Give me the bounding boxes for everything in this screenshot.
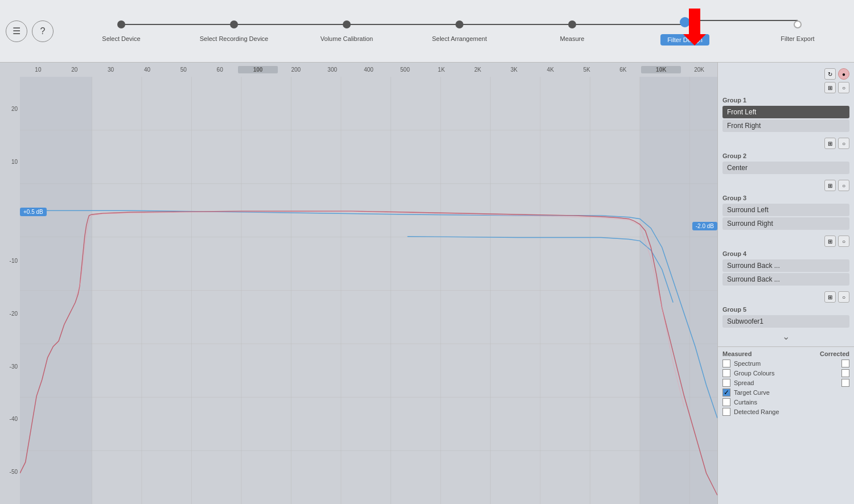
legend-text-target-curve: Target Curve	[734, 389, 770, 396]
y-label-neg40: -40	[0, 416, 20, 422]
panel-icon-row-2: ⊞ ○	[718, 81, 854, 94]
x-label-50: 50	[165, 67, 202, 73]
top-left-icons: ☰ ?	[6, 20, 54, 42]
legend-text-detected-range: Detected Range	[734, 408, 779, 415]
y-axis: 20 10 -10 -20 -30 -40 -50	[0, 77, 20, 504]
nav-step-select-device[interactable]: Select Device	[65, 20, 178, 42]
group-3-label: Group 3	[718, 192, 854, 203]
panel-icon-row-6: ⊞ ○	[718, 290, 854, 304]
channel-surround-left[interactable]: Surround Left	[722, 204, 849, 216]
x-label-20k: 20K	[681, 67, 717, 73]
channel-center[interactable]: Center	[722, 162, 849, 174]
panel-icon-row-5: ⊞ ○	[718, 234, 854, 248]
x-label-5k: 5K	[569, 67, 605, 73]
channel-front-left[interactable]: Front Left	[722, 106, 849, 118]
x-label-2k: 2K	[459, 67, 496, 73]
x-label-6k: 6K	[605, 67, 642, 73]
panel-icon-4b[interactable]: ○	[838, 180, 849, 191]
group-4-label: Group 4	[718, 248, 854, 258]
step-dot-3	[343, 20, 351, 28]
step-dot-1	[117, 20, 125, 28]
db-marker-left: +0.5 dB	[20, 208, 47, 216]
legend-text-curtains: Curtains	[734, 399, 757, 406]
step-label-7: Filter Export	[781, 35, 814, 42]
y-label-10: 10	[0, 159, 20, 165]
panel-icon-2b[interactable]: ○	[838, 82, 849, 93]
step-label-2: Select Recording Device	[200, 35, 268, 42]
x-label-10: 10	[20, 67, 56, 73]
scroll-down-button[interactable]: ⌄	[718, 329, 854, 344]
menu-button[interactable]: ☰	[6, 20, 27, 42]
channel-front-right[interactable]: Front Right	[722, 119, 849, 132]
group-5-label: Group 5	[718, 304, 854, 314]
legend-checkbox-detected-range[interactable]	[722, 408, 730, 416]
channel-surround-back-2[interactable]: Surround Back ...	[722, 273, 849, 286]
nav-steps: Select Device Select Recording Device Vo…	[65, 11, 854, 51]
step-dot-4	[455, 20, 463, 28]
panel-icon-6a[interactable]: ⊞	[824, 291, 836, 303]
x-axis: 10 20 30 40 50 60 100 200 300 400 500 1K…	[20, 63, 717, 77]
step-label-5: Measure	[560, 35, 585, 42]
x-label-20: 20	[56, 67, 93, 73]
help-button[interactable]: ?	[32, 20, 54, 42]
panel-icon-circle[interactable]: ●	[838, 68, 849, 80]
legend-checkbox-spread[interactable]	[722, 379, 730, 387]
legend-measured-label: Measured	[722, 350, 752, 357]
channel-subwoofer1[interactable]: Subwoofer1	[722, 315, 849, 328]
legend-checkbox-spectrum-corrected[interactable]	[841, 360, 849, 367]
legend-checkbox-spectrum[interactable]	[722, 360, 730, 367]
svg-rect-21	[640, 77, 717, 504]
x-label-400: 400	[351, 67, 387, 73]
chart-svg	[20, 77, 717, 504]
step-dot-7	[794, 20, 802, 28]
panel-icon-row-3: ⊞ ○	[718, 137, 854, 150]
legend-checkbox-group-colours-corrected[interactable]	[841, 369, 849, 377]
channel-surround-back-1[interactable]: Surround Back ...	[722, 259, 849, 272]
panel-icon-5b[interactable]: ○	[838, 236, 849, 247]
step-label-6: Filter Design	[660, 34, 709, 46]
panel-icon-6b[interactable]: ○	[838, 291, 849, 303]
panel-icon-3a[interactable]: ⊞	[824, 138, 836, 149]
x-label-60: 60	[202, 67, 238, 73]
step-label-3: Volume Calibration	[321, 35, 373, 42]
legend-checkbox-spread-corrected[interactable]	[841, 379, 849, 387]
x-label-40: 40	[129, 67, 166, 73]
nav-step-filter-export[interactable]: Filter Export	[741, 20, 854, 42]
legend-row-spread: Spread	[722, 379, 849, 387]
right-panel: ↻ ● ⊞ ○ Group 1 Front Left Front Right ⊞…	[717, 63, 854, 504]
legend-header: Measured Corrected	[722, 350, 849, 357]
group-1-label: Group 1	[718, 94, 854, 105]
legend-text-spectrum: Spectrum	[734, 360, 761, 367]
top-navigation-bar: ☰ ? Select Device Select Recording Devic…	[0, 0, 854, 63]
x-label-200: 200	[278, 67, 314, 73]
x-label-10k: 10K	[641, 66, 681, 73]
legend-row-spectrum: Spectrum	[722, 360, 849, 367]
panel-icon-refresh[interactable]: ↻	[824, 68, 836, 80]
legend-checkbox-group-colours[interactable]	[722, 369, 730, 377]
chart-canvas: +0.5 dB -2.0 dB	[20, 77, 717, 504]
legend-row-target-curve: ✓ Target Curve	[722, 389, 849, 396]
legend-row-group-colours: Group Colours	[722, 369, 849, 377]
x-label-30: 30	[93, 67, 129, 73]
panel-icon-4a[interactable]: ⊞	[824, 180, 836, 191]
panel-icon-3b[interactable]: ○	[838, 138, 849, 149]
channel-surround-right[interactable]: Surround Right	[722, 217, 849, 230]
legend-text-group-colours: Group Colours	[734, 370, 775, 377]
y-label-neg50: -50	[0, 469, 20, 475]
nav-step-filter-design[interactable]: Filter Design	[629, 17, 741, 46]
x-label-100: 100	[238, 66, 278, 73]
panel-icon-5a[interactable]: ⊞	[824, 236, 836, 247]
step-dot-5	[568, 20, 576, 28]
x-label-3k: 3K	[496, 67, 532, 73]
legend-checkbox-target-curve[interactable]: ✓	[722, 389, 730, 396]
main-content: 10 20 30 40 50 60 100 200 300 400 500 1K…	[0, 63, 854, 504]
panel-top-icons: ↻ ●	[718, 67, 854, 81]
legend-checkbox-curtains[interactable]	[722, 398, 730, 406]
legend-corrected-label: Corrected	[820, 350, 849, 357]
x-label-4k: 4K	[532, 67, 569, 73]
y-label-20: 20	[0, 106, 20, 112]
y-label-neg10: -10	[0, 258, 20, 264]
step-dot-6	[680, 17, 690, 27]
legend-text-spread: Spread	[734, 379, 754, 386]
panel-icon-2a[interactable]: ⊞	[824, 82, 836, 93]
